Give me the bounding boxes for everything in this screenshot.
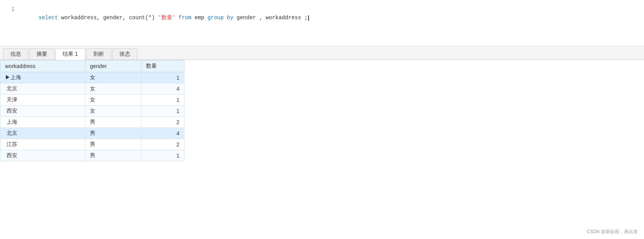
col-header-count: 数量 (141, 60, 184, 72)
code-content: select workaddress, gender, count(*) '数量… (19, 5, 309, 31)
code-text-4 (224, 15, 227, 21)
col-header-workaddress: workaddress (0, 60, 85, 72)
code-editor[interactable]: 1 select workaddress, gender, count(*) '… (0, 0, 644, 46)
watermark: CSDN @新征程，再出发 (586, 229, 638, 235)
cell-gender: 男 (85, 128, 141, 139)
line-number: 1 (3, 5, 15, 13)
cell-count: 1 (141, 150, 184, 161)
cell-workaddress: 北京 (0, 128, 85, 139)
cell-workaddress: 西安 (0, 150, 85, 161)
table-header-row: workaddress gender 数量 (0, 60, 184, 72)
keyword-select: select (38, 15, 58, 21)
cell-count: 2 (141, 139, 184, 150)
code-line-1: 1 select workaddress, gender, count(*) '… (0, 3, 644, 32)
cell-gender: 男 (85, 150, 141, 161)
cell-count: 4 (141, 128, 184, 139)
cell-workaddress: 天津 (0, 95, 85, 106)
results-area: workaddress gender 数量 ▶上海女1 北京女4 天津女1 西安… (0, 60, 644, 161)
cell-gender: 男 (85, 139, 141, 150)
keyword-group: group (207, 15, 224, 21)
code-text-2 (175, 15, 178, 21)
table-row[interactable]: 江苏男2 (0, 139, 184, 150)
code-text-3: emp (191, 15, 207, 21)
table-row[interactable]: 西安男1 (0, 150, 184, 161)
keyword-from: from (179, 15, 192, 21)
cell-gender: 女 (85, 106, 141, 117)
keyword-by: by (227, 15, 234, 21)
cell-count: 2 (141, 117, 184, 128)
code-text: workaddress, gender, count(*) (58, 15, 158, 21)
table-row[interactable]: ▶上海女1 (0, 72, 184, 83)
table-row[interactable]: 西安女1 (0, 106, 184, 117)
cell-workaddress: ▶上海 (0, 72, 85, 83)
cell-count: 1 (141, 106, 184, 117)
cursor (308, 15, 309, 21)
cell-count: 1 (141, 72, 184, 83)
table-row[interactable]: 北京女4 (0, 83, 184, 95)
tab-info[interactable]: 信息 (3, 48, 28, 60)
cell-workaddress: 北京 (0, 83, 85, 95)
tab-summary[interactable]: 摘要 (29, 48, 55, 60)
cell-gender: 女 (85, 83, 141, 95)
tab-results[interactable]: 结果 1 (55, 48, 85, 60)
tab-status[interactable]: 状态 (112, 48, 138, 60)
cell-count: 1 (141, 95, 184, 106)
cell-workaddress: 江苏 (0, 139, 85, 150)
result-table: workaddress gender 数量 ▶上海女1 北京女4 天津女1 西安… (0, 60, 184, 161)
cell-workaddress: 西安 (0, 106, 85, 117)
table-row[interactable]: 北京男4 (0, 128, 184, 139)
cell-gender: 女 (85, 72, 141, 83)
tab-analyze[interactable]: 剖析 (86, 48, 111, 60)
col-header-gender: gender (85, 60, 141, 72)
table-row[interactable]: 天津女1 (0, 95, 184, 106)
string-literal: '数量' (158, 15, 175, 21)
code-text-5: gender , workaddress ; (233, 15, 307, 21)
cell-gender: 男 (85, 117, 141, 128)
cell-gender: 女 (85, 95, 141, 106)
tabs-bar: 信息 摘要 结果 1 剖析 状态 (0, 46, 644, 60)
table-row[interactable]: 上海男2 (0, 117, 184, 128)
cell-workaddress: 上海 (0, 117, 85, 128)
cell-count: 4 (141, 83, 184, 95)
